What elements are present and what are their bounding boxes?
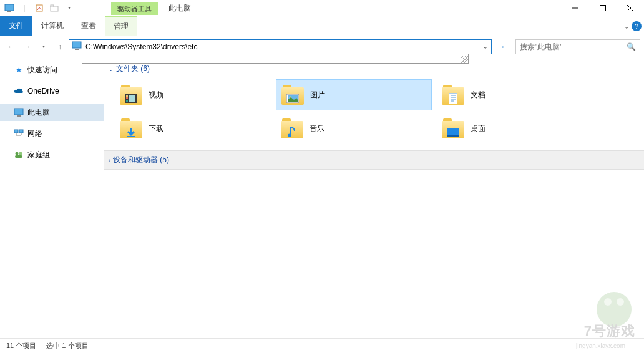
- sidebar-item-thispc[interactable]: 此电脑: [0, 104, 104, 121]
- cloud-icon: [14, 86, 24, 96]
- svg-rect-10: [75, 49, 79, 50]
- svg-rect-29: [449, 93, 457, 104]
- contextual-tab-header: 驱动器工具: [111, 0, 158, 16]
- address-dropdown-icon[interactable]: ⌄: [479, 40, 491, 54]
- qat-separator: |: [19, 2, 30, 14]
- folder-item-videos[interactable]: 视频: [115, 79, 271, 110]
- tab-view[interactable]: 查看: [72, 16, 105, 36]
- svg-rect-9: [72, 42, 81, 48]
- recent-dropdown-icon[interactable]: ▾: [36, 39, 51, 54]
- svg-rect-12: [17, 115, 21, 117]
- forward-button[interactable]: →: [20, 39, 35, 54]
- sidebar-item-label: 家庭组: [27, 150, 50, 160]
- quick-access-toolbar: | ▾: [0, 2, 79, 14]
- minimize-button[interactable]: [562, 0, 589, 16]
- folder-label: 图片: [310, 90, 325, 100]
- navigation-pane: ★ 快速访问 OneDrive 此电脑 网络 家庭组: [0, 57, 104, 338]
- search-input[interactable]: [520, 42, 627, 51]
- svg-rect-24: [126, 100, 128, 102]
- star-icon: ★: [14, 65, 24, 75]
- svg-rect-1: [7, 11, 11, 12]
- search-box[interactable]: 🔍: [515, 39, 640, 54]
- folder-label: 文档: [471, 90, 485, 100]
- folder-item-downloads[interactable]: 下载: [115, 113, 271, 144]
- tab-computer[interactable]: 计算机: [32, 16, 72, 36]
- folder-item-desktop[interactable]: 桌面: [437, 113, 593, 144]
- monitor-icon: [14, 107, 24, 117]
- folder-item-music[interactable]: 音乐: [276, 113, 432, 144]
- search-icon[interactable]: 🔍: [627, 42, 636, 51]
- svg-rect-25: [129, 95, 135, 102]
- sidebar-item-label: OneDrive: [27, 87, 59, 95]
- folder-label: 下载: [149, 123, 163, 134]
- chevron-right-icon: ›: [109, 157, 110, 163]
- titlebar: | ▾ 驱动器工具 此电脑: [0, 0, 644, 16]
- close-button[interactable]: [617, 0, 644, 16]
- tab-manage[interactable]: 管理: [105, 16, 137, 36]
- folder-icon: [281, 84, 304, 106]
- context-label: 驱动器工具: [111, 2, 158, 15]
- svg-rect-22: [126, 95, 128, 97]
- window-title: 此电脑: [168, 3, 191, 14]
- svg-rect-14: [19, 130, 23, 133]
- sidebar-item-label: 快速访问: [27, 65, 57, 75]
- svg-point-18: [16, 152, 19, 155]
- folder-label: 音乐: [310, 123, 324, 134]
- svg-rect-4: [51, 5, 54, 7]
- sidebar-item-label: 网络: [27, 128, 42, 139]
- folder-label: 桌面: [471, 123, 485, 134]
- network-icon: [14, 128, 24, 138]
- svg-rect-20: [15, 155, 22, 158]
- folder-icon: [120, 84, 142, 106]
- status-bar: 11 个项目 选中 1 个项目: [0, 338, 644, 353]
- monitor-icon: [72, 41, 83, 52]
- ribbon-tabs: 文件 计算机 查看 管理 ⌄ ?: [0, 16, 644, 36]
- help-icon[interactable]: ?: [632, 21, 642, 31]
- folder-icon: [442, 117, 464, 140]
- sidebar-item-onedrive[interactable]: OneDrive: [0, 82, 104, 100]
- sidebar-item-quickaccess[interactable]: ★ 快速访问: [0, 61, 104, 79]
- maximize-button[interactable]: [589, 0, 617, 16]
- back-button[interactable]: ←: [4, 39, 19, 54]
- group-label: 文件夹 (6): [116, 64, 150, 74]
- svg-rect-37: [447, 135, 459, 137]
- sidebar-item-network[interactable]: 网络: [0, 125, 104, 142]
- svg-rect-0: [5, 4, 14, 11]
- address-suggest-dropdown[interactable]: [82, 54, 469, 64]
- window-controls: [562, 0, 644, 16]
- status-item-count: 11 个项目: [6, 341, 36, 351]
- main-area: ★ 快速访问 OneDrive 此电脑 网络 家庭组 ⌄ 文件夹 (6): [0, 57, 644, 338]
- group-label: 设备和驱动器 (5): [113, 155, 169, 165]
- folder-icon: [281, 117, 303, 140]
- group-header-folders[interactable]: ⌄ 文件夹 (6): [104, 62, 644, 75]
- address-text[interactable]: C:\Windows\System32\drivers\etc: [85, 42, 479, 51]
- new-folder-icon[interactable]: [49, 2, 60, 14]
- properties-icon[interactable]: [34, 2, 45, 14]
- app-icon: [4, 2, 15, 14]
- folder-item-pictures[interactable]: 图片: [276, 79, 432, 110]
- ribbon-expand-icon[interactable]: ⌄: [624, 23, 629, 30]
- tab-file[interactable]: 文件: [0, 16, 32, 36]
- go-button[interactable]: →: [494, 39, 509, 54]
- group-header-devices[interactable]: › 设备和驱动器 (5): [104, 150, 644, 170]
- folder-icon: [120, 117, 142, 140]
- folder-icon: [442, 84, 464, 106]
- svg-point-19: [19, 152, 22, 155]
- folder-label: 视频: [149, 90, 163, 100]
- svg-rect-13: [14, 130, 18, 133]
- address-bar[interactable]: C:\Windows\System32\drivers\etc ⌄: [69, 39, 492, 54]
- homegroup-icon: [14, 150, 24, 160]
- sidebar-item-homegroup[interactable]: 家庭组: [0, 146, 104, 163]
- up-button[interactable]: ↑: [52, 39, 67, 54]
- svg-rect-6: [600, 5, 606, 11]
- qat-dropdown-icon[interactable]: ▾: [64, 2, 75, 14]
- svg-point-35: [288, 134, 291, 137]
- chevron-down-icon: ⌄: [109, 66, 114, 72]
- status-selected-count: 选中 1 个项目: [46, 341, 88, 351]
- svg-rect-23: [126, 97, 128, 99]
- navigation-bar: ← → ▾ ↑ C:\Windows\System32\drivers\etc …: [0, 36, 644, 57]
- folder-item-documents[interactable]: 文档: [437, 79, 593, 110]
- svg-rect-11: [14, 109, 23, 115]
- sidebar-item-label: 此电脑: [27, 107, 50, 118]
- svg-rect-2: [36, 5, 42, 11]
